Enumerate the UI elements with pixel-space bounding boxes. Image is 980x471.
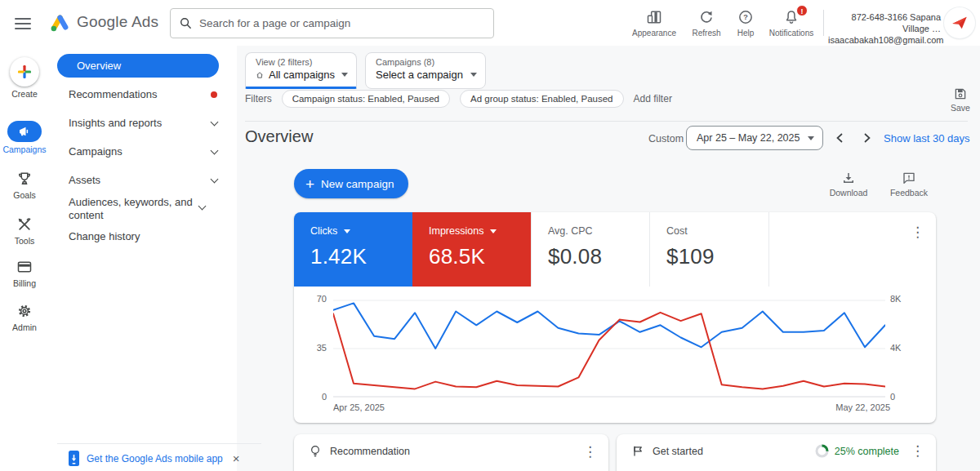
trophy-icon <box>0 170 49 188</box>
y-axis-tick: 35 <box>304 343 327 353</box>
chevron-down-icon <box>808 136 814 140</box>
scorecard-avg-cpc[interactable]: Avg. CPC $0.08 <box>531 212 650 287</box>
subnav-item-audiences-keywords-content[interactable]: Audiences, keywords, and content <box>69 196 229 222</box>
help-icon: ? <box>729 8 762 26</box>
subnav-item-assets[interactable]: Assets <box>69 174 229 187</box>
main-content: View (2 filters) All campaigns Campaigns… <box>237 46 980 471</box>
progress-ring-icon <box>815 444 829 458</box>
chevron-right-icon <box>863 132 871 144</box>
cost-value: $109 <box>666 244 768 269</box>
next-period-button[interactable] <box>858 128 877 148</box>
series-clicks <box>333 303 885 349</box>
scorecard-impressions[interactable]: Impressions 68.5K <box>412 212 531 287</box>
recommendations-alert-dot <box>211 91 217 98</box>
get-started-card-menu-button[interactable]: ⋮ <box>911 444 924 458</box>
download-button[interactable]: Download <box>829 171 868 198</box>
create-button[interactable]: Create <box>0 57 49 99</box>
avg-cpc-value: $0.08 <box>548 244 649 269</box>
refresh-button[interactable]: Refresh <box>687 8 726 38</box>
overview-chart-svg[interactable] <box>333 300 885 398</box>
account-email: isaacabakah108@gmail.com <box>828 34 941 46</box>
search-icon <box>179 16 193 30</box>
y-axis-tick: 0 <box>304 392 327 402</box>
refresh-icon <box>687 8 726 26</box>
chevron-down-icon <box>211 176 219 184</box>
recommendation-card[interactable]: Recommendation ⋮ <box>294 434 608 471</box>
appearance-button[interactable]: Appearance <box>631 8 677 38</box>
y-axis-tick: 8K <box>890 294 913 304</box>
previous-period-button[interactable] <box>830 128 849 148</box>
feedback-button[interactable]: Feedback <box>889 171 929 198</box>
google-ads-logo-icon <box>49 11 71 33</box>
y-axis-tick: 70 <box>304 294 327 304</box>
get-started-card[interactable]: Get started 25% complete ⋮ <box>617 434 936 471</box>
feedback-icon <box>902 171 916 185</box>
chevron-down-icon <box>198 202 207 211</box>
gear-icon <box>0 302 49 320</box>
show-last-30-days-link[interactable]: Show last 30 days <box>884 132 970 144</box>
topbar-divider <box>823 10 824 36</box>
sidebar-item-campaigns[interactable]: Campaigns <box>0 121 49 154</box>
search-input[interactable] <box>199 17 485 29</box>
divider <box>245 121 968 122</box>
y-axis-tick: 4K <box>890 343 913 353</box>
avatar-logo-icon <box>951 14 969 32</box>
avatar[interactable] <box>944 7 975 38</box>
filter-chip-ad-group-status[interactable]: Ad group status: Enabled, Paused <box>460 90 624 108</box>
chevron-down-icon <box>211 118 219 127</box>
save-icon <box>953 87 968 101</box>
sidebar-item-goals[interactable]: Goals <box>0 170 49 200</box>
nav-rail: Create Campaigns Goals Tools Billing <box>0 46 49 471</box>
sidebar-item-tools[interactable]: Tools <box>0 216 49 246</box>
credit-card-icon <box>0 258 49 276</box>
date-range-dropdown[interactable]: Apr 25 – May 22, 2025 <box>686 126 823 150</box>
home-icon <box>256 69 264 81</box>
chart-card-menu-button[interactable]: ⋮ <box>911 225 924 239</box>
add-filter-button[interactable]: Add filter <box>634 93 672 104</box>
subnav-item-campaigns[interactable]: Campaigns <box>69 145 229 158</box>
close-icon[interactable]: × <box>233 451 240 465</box>
global-search[interactable] <box>170 8 494 38</box>
notification-badge: ! <box>796 5 808 16</box>
lightbulb-icon <box>309 444 322 459</box>
get-started-progress: 25% complete <box>815 444 899 458</box>
sidebar-item-admin[interactable]: Admin <box>0 302 49 332</box>
help-button[interactable]: ? Help <box>729 8 762 38</box>
subnav-item-recommendations[interactable]: Recommendations <box>69 88 229 101</box>
subnav-divider <box>57 443 261 444</box>
notifications-bell-icon: ! <box>765 8 817 26</box>
sidebar-item-billing[interactable]: Billing <box>0 258 49 288</box>
appearance-icon <box>631 8 677 26</box>
series-impressions <box>333 313 885 389</box>
save-button[interactable]: Save <box>946 87 975 113</box>
page-title: Overview <box>245 127 313 146</box>
scorecard-clicks[interactable]: Clicks 1.42K <box>294 212 412 287</box>
plus-icon: + <box>305 176 314 192</box>
scorecard-row: Clicks 1.42K Impressions 68.5K Avg. CPC … <box>294 212 769 287</box>
clicks-value: 1.42K <box>310 244 412 269</box>
x-axis-end-label: May 22, 2025 <box>835 402 890 412</box>
account-name: 872-648-3166 Sapana Village … <box>828 11 941 34</box>
tools-icon <box>0 216 49 233</box>
date-mode-label: Custom <box>648 133 684 144</box>
new-campaign-button[interactable]: + New campaign <box>294 169 408 198</box>
view-filter-dropdown[interactable]: View (2 filters) All campaigns <box>245 52 357 89</box>
subnav-item-insights-and-reports[interactable]: Insights and reports <box>69 117 229 130</box>
impressions-value: 68.5K <box>429 244 531 269</box>
chevron-down-icon <box>344 229 350 233</box>
scorecard-cost[interactable]: Cost $109 <box>650 212 769 287</box>
subnav-item-overview[interactable]: Overview <box>57 54 219 78</box>
filters-bar: Filters Campaign status: Enabled, Paused… <box>245 90 672 108</box>
svg-text:?: ? <box>743 13 748 21</box>
menu-icon[interactable] <box>15 15 34 31</box>
recommendation-card-menu-button[interactable]: ⋮ <box>583 445 597 459</box>
mobile-app-banner[interactable]: Get the Google Ads mobile app × <box>69 451 273 466</box>
chevron-down-icon <box>490 229 497 233</box>
subnav-item-change-history[interactable]: Change history <box>69 230 229 243</box>
flag-icon <box>631 444 644 458</box>
account-info[interactable]: 872-648-3166 Sapana Village … isaacabaka… <box>828 11 941 46</box>
filter-chip-campaign-status[interactable]: Campaign status: Enabled, Paused <box>282 90 450 108</box>
chevron-down-icon <box>211 147 219 155</box>
notifications-button[interactable]: ! Notifications <box>765 8 817 38</box>
campaign-select-dropdown[interactable]: Campaigns (8) Select a campaign <box>365 52 486 89</box>
